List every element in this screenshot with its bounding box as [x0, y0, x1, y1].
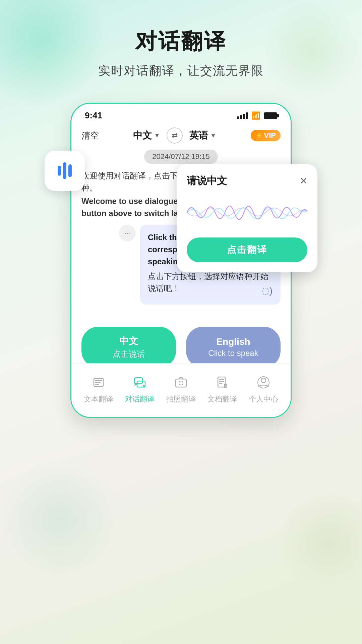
phone-mockup-wrapper: 请说中文 ✕ 点击翻译 9:41: [0, 103, 362, 418]
nav-item-photo[interactable]: 拍照翻译: [161, 376, 202, 404]
text-translate-icon: [93, 376, 105, 391]
popup-title: 请说中文: [187, 174, 227, 188]
photo-translate-label: 拍照翻译: [166, 394, 196, 404]
popup-close-button[interactable]: ✕: [300, 175, 307, 186]
voice-popup: 请说中文 ✕ 点击翻译: [177, 164, 317, 272]
svg-point-12: [261, 378, 266, 383]
page-subtitle: 实时对话翻译，让交流无界限: [0, 63, 362, 79]
clear-button[interactable]: 清空: [81, 130, 99, 142]
profile-icon: [257, 376, 269, 391]
date-stamp: 2024/07/12 19:15: [144, 150, 218, 164]
en-button-lang: English: [194, 336, 273, 347]
text-translate-label: 文本翻译: [84, 394, 113, 404]
svg-point-7: [179, 381, 183, 385]
dialogue-translate-icon: [134, 376, 146, 391]
message-cn-text-2: 点击下方按钮，选择对应语种开始说话吧！ ◌): [148, 270, 273, 294]
bottom-nav: 文本翻译 对话翻译 拍照翻译: [71, 363, 291, 417]
popup-header: 请说中文 ✕: [187, 174, 307, 188]
status-icons: 📶: [237, 111, 277, 120]
phone-mockup: 请说中文 ✕ 点击翻译 9:41: [70, 103, 292, 418]
dialogue-translate-label: 对话翻译: [125, 394, 155, 404]
cn-button-lang: 中文: [89, 335, 168, 347]
lang-to-option[interactable]: 英语 ▼: [189, 129, 216, 142]
photo-translate-icon: [175, 376, 187, 391]
signal-bar-4: [246, 112, 248, 119]
wifi-icon: 📶: [251, 111, 260, 120]
battery-icon: [264, 112, 277, 119]
doc-translate-icon: [216, 376, 228, 391]
vip-label: VIP: [264, 131, 276, 140]
app-logo: [45, 151, 85, 191]
nav-item-doc[interactable]: 文档翻译: [201, 376, 243, 404]
profile-label: 个人中心: [249, 394, 278, 404]
waveform-container: [187, 196, 307, 229]
top-nav: 清空 中文 ▼ ⇄ 英语 ▼ ⚡ VIP: [71, 124, 291, 147]
date-stamp-wrapper: 2024/07/12 19:15: [71, 147, 291, 166]
nav-item-profile[interactable]: 个人中心: [243, 376, 284, 404]
more-icon: ···: [125, 229, 130, 237]
status-bar: 9:41 📶: [71, 104, 291, 124]
signal-bar-1: [237, 116, 239, 119]
speak-english-button[interactable]: English Click to speak: [186, 327, 281, 368]
lang-from-label: 中文: [133, 129, 152, 142]
en-button-label: Click to speak: [208, 348, 258, 358]
vip-badge[interactable]: ⚡ VIP: [251, 130, 281, 141]
logo-waves: [58, 162, 72, 179]
swap-language-button[interactable]: ⇄: [167, 127, 183, 144]
lang-from-arrow: ▼: [154, 132, 160, 139]
page-header: 对话翻译 实时对话翻译，让交流无界限: [0, 0, 362, 93]
lang-to-label: 英语: [189, 129, 208, 142]
bg-decoration-bl: [0, 460, 117, 577]
cn-button-label: 点击说话: [113, 350, 145, 359]
wave-bar-2: [63, 162, 66, 179]
waveform-svg: [187, 196, 307, 229]
lang-from-option[interactable]: 中文 ▼: [133, 129, 160, 142]
nav-item-text[interactable]: 文本翻译: [78, 376, 119, 404]
status-time: 9:41: [85, 110, 102, 121]
popup-translate-button[interactable]: 点击翻译: [187, 237, 307, 262]
signal-bar-2: [240, 115, 242, 119]
speak-chinese-button[interactable]: 中文 点击说话: [81, 327, 176, 368]
wave-bar-3: [68, 164, 72, 177]
page-title: 对话翻译: [0, 27, 362, 56]
message-more-button[interactable]: ···: [119, 225, 136, 241]
lang-selector: 中文 ▼ ⇄ 英语 ▼: [102, 127, 247, 144]
sound-icon[interactable]: ◌): [261, 284, 273, 298]
signal-bar-3: [243, 114, 245, 119]
wave-bar-1: [58, 166, 61, 176]
vip-lightning-icon: ⚡: [255, 132, 263, 139]
svg-rect-6: [176, 379, 186, 387]
lang-to-arrow: ▼: [210, 132, 216, 139]
bg-decoration-br: [278, 493, 362, 594]
swap-icon: ⇄: [172, 131, 178, 140]
signal-bars: [237, 112, 248, 119]
doc-translate-label: 文档翻译: [207, 394, 237, 404]
nav-item-dialogue[interactable]: 对话翻译: [119, 376, 161, 404]
